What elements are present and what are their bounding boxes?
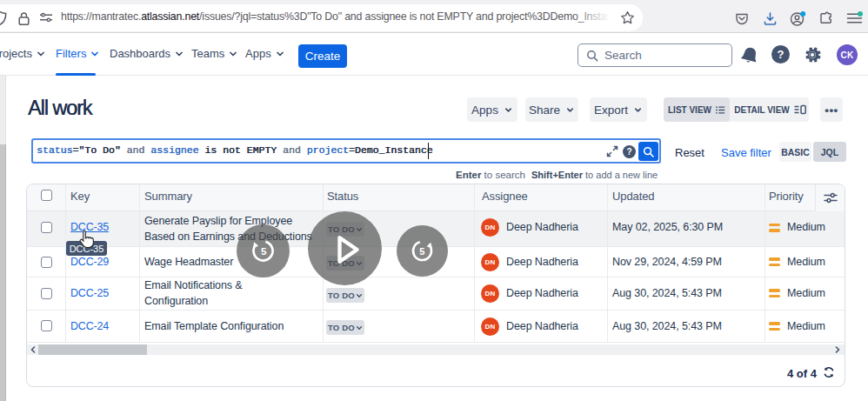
svg-text:5: 5 xyxy=(419,246,424,257)
svg-text:5: 5 xyxy=(261,246,267,257)
